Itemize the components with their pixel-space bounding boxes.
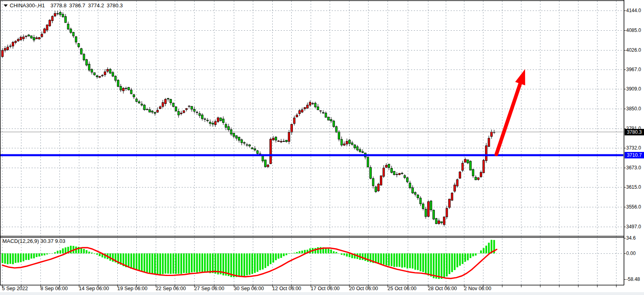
window-bottom-strip [0,292,644,295]
mt4-chart-window: CHINA300-,H13778.8 3786.7 3774.2 3780.3 … [0,0,644,295]
ohlc-values: 3778.8 3786.7 3774.2 3780.3 [51,2,123,8]
price-axis-tick-label: 3850.0 [626,106,641,112]
price-axis-tick-label: 3732.0 [626,145,641,151]
price-axis-tick-label: 3556.0 [626,204,641,210]
price-axis-tick-label: 3615.0 [626,184,641,190]
time-axis-label: 20 Oct 06:00 [349,286,378,291]
price-axis-tick-label: 3673.0 [626,165,641,171]
time-axis-label: 30 Sep 06:00 [234,286,264,291]
time-axis-label: 8 Sep 06:00 [40,286,68,291]
price-axis-tick-label: 3497.0 [626,224,641,230]
macd-axis-tick-label: 34.6 [626,235,636,241]
price-axis-tick-label: 4144.0 [626,8,641,13]
current-price-tag: 3780.3 [625,129,644,135]
chart-canvas[interactable] [0,0,644,295]
symbol-dropdown-triangle-icon[interactable] [4,4,8,7]
time-axis-label: 14 Sep 06:00 [79,286,109,291]
time-axis-label: 2 Nov 06:00 [464,286,491,291]
price-axis-tick-label: 3967.0 [626,67,641,72]
chart-title: CHINA300-,H13778.8 3786.7 3774.2 3780.3 [10,2,123,8]
support-line-price-tag: 3710.7 [625,152,644,158]
macd-axis-tick-label: 0.00 [626,251,636,256]
time-axis-label: 25 Oct 06:00 [388,286,417,291]
macd-indicator-label: MACD(12,26,9) 30.37 9.03 [2,238,65,244]
time-axis-label: 27 Sep 06:00 [194,286,224,291]
symbol-period-label: CHINA300-,H1 [10,2,45,8]
macd-axis-tick-label: -58.48 [626,276,640,282]
time-axis-label: 28 Oct 06:00 [428,286,457,291]
time-axis-label: 12 Oct 06:00 [272,286,301,291]
chart-plot-area[interactable] [0,1,623,285]
time-axis-label: 19 Sep 06:00 [117,286,147,291]
price-axis-tick-label: 4026.0 [626,47,641,53]
time-axis-label: 22 Sep 06:00 [156,286,186,291]
time-axis-label: 5 Sep 2022 [2,286,28,291]
price-axis-tick-label: 3909.0 [626,86,641,92]
price-axis-tick-label: 4085.0 [626,27,641,33]
time-axis-label: 17 Oct 06:00 [311,286,340,291]
